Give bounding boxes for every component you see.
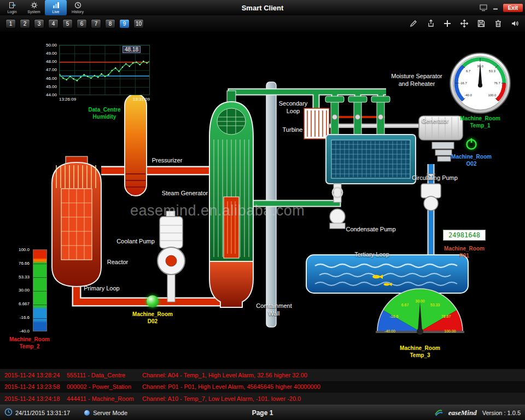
bar-tick-line: [33, 305, 46, 305]
bar-tick-line: [33, 318, 46, 319]
alarm-row[interactable]: 2015-11-24 13:24:18444411 - Machine_Room…: [0, 393, 525, 405]
page-button-3[interactable]: 3: [34, 19, 44, 28]
svg-text:-16.7: -16.7: [459, 81, 467, 85]
label-steam-generator: Steam Generator: [154, 189, 215, 197]
label-reactor: Reactor: [101, 258, 135, 266]
svg-text:-16.6: -16.6: [389, 314, 398, 318]
trend-widget[interactable]: 50.0049.0048.0047.0046.0045.0044.00 13:2…: [37, 42, 153, 124]
label-circulating-pump: Circulating Pump: [405, 174, 465, 182]
status-bar: 24/11/2015 13:31:17 Server Mode Page 1 e…: [0, 405, 525, 420]
bar-tick-label: 76.66: [19, 261, 30, 266]
alarm-message: Channel: P01 - P01, High Level Alarm, 45…: [142, 383, 525, 390]
page-button-2[interactable]: 2: [20, 19, 30, 28]
trend-x-axis: 13:26:0913:31:09: [59, 97, 150, 102]
trend-y-tick: 49.00: [46, 51, 57, 56]
nav-history[interactable]: History: [67, 0, 89, 15]
alarm-message: Channel: A04 - Temp_1, High Level Alarm,…: [142, 372, 525, 378]
alarm-time: 2015-11-24 13:23:58: [0, 383, 67, 390]
page-button-7[interactable]: 7: [91, 19, 101, 28]
page-button-6[interactable]: 6: [77, 19, 87, 28]
bar-gauge-scale: 100.076.6653.3330.006.667-16.6-40.0: [10, 247, 30, 334]
gauge-temp3[interactable]: -40.00-16.66.6730.0053.3376.67100.00: [374, 283, 466, 336]
watermark: easemind.en.alibaba.com: [130, 202, 415, 219]
minimize-icon[interactable]: [492, 4, 499, 11]
nav-label: System: [27, 10, 40, 14]
svg-text:76.7: 76.7: [494, 81, 500, 85]
label-primary-loop: Primary Loop: [78, 284, 126, 292]
save-icon[interactable]: [477, 19, 486, 28]
steam-generator: [209, 91, 253, 307]
export-icon[interactable]: [426, 19, 435, 28]
bar-gauge-label: Machine_Room Temp_2: [2, 336, 57, 350]
trend-y-tick: 48.00: [46, 59, 57, 64]
add-icon[interactable]: [443, 19, 452, 28]
nav-label: Login: [7, 10, 16, 14]
plant-canvas: easemind.en.alibaba.com Moisture Separat…: [0, 32, 525, 369]
gauge-temp1[interactable]: -40.0-16.76.730.053.376.7100.0: [448, 51, 512, 115]
nav-login[interactable]: Login: [1, 0, 23, 15]
trend-y-tick: 46.00: [46, 76, 57, 81]
bar-gauge-temp2[interactable]: [33, 249, 47, 331]
page-button-4[interactable]: 4: [48, 19, 59, 28]
page-button-1[interactable]: 1: [5, 19, 16, 28]
gear-icon: [31, 2, 38, 9]
indicator-d02-label: Machine_Room D02: [128, 311, 177, 325]
exit-button[interactable]: Exit: [503, 4, 523, 12]
server-mode-dot: [84, 410, 90, 416]
page-button-8[interactable]: 8: [105, 19, 115, 28]
brand-logo-icon: [434, 409, 443, 417]
bar-tick-line: [33, 291, 46, 291]
clock-icon: [4, 408, 13, 417]
trend-y-tick: 47.00: [46, 67, 57, 72]
nav-system[interactable]: System: [23, 0, 45, 15]
condenser: [326, 135, 416, 184]
bar-tick-label: 100.0: [19, 247, 30, 252]
svg-text:76.67: 76.67: [441, 314, 451, 318]
window-controls: Exit: [480, 4, 525, 12]
alarm-message: Channel: A10 - Temp_7, Low Level Alarm, …: [142, 395, 525, 402]
brand-name: easeMind: [448, 409, 477, 417]
page-button-9[interactable]: 9: [119, 19, 130, 28]
titlebar: Smart Client Login System Live History E…: [0, 0, 525, 15]
toggle-o02-label: Machine_Room O02: [444, 153, 499, 167]
fullscreen-icon[interactable]: [480, 4, 488, 11]
alarm-time: 2015-11-24 13:24:18: [0, 395, 67, 402]
alarm-time: 2015-11-24 13:28:24: [0, 372, 67, 378]
page-toolbar: 12345678910: [0, 15, 525, 32]
label-pressurizer: Pressurizer: [147, 156, 188, 164]
bar-tick-label: 6.667: [19, 301, 30, 306]
bar-tick-label: 30.00: [19, 288, 30, 293]
live-chart-icon: [52, 2, 60, 9]
label-moisture-separator: Moisture Separator and Reheater: [378, 72, 455, 88]
alarm-row[interactable]: 2015-11-24 13:28:24555111 - Data_CentreC…: [0, 369, 525, 381]
svg-text:-40.0: -40.0: [464, 94, 472, 97]
nav-live[interactable]: Live: [45, 0, 67, 15]
svg-text:6.7: 6.7: [466, 69, 471, 73]
edit-icon[interactable]: [409, 19, 418, 28]
numeric-display-p01[interactable]: 24981648: [443, 230, 486, 241]
main-nav: Login System Live History: [0, 0, 89, 15]
trend-y-tick: 45.00: [46, 84, 57, 89]
power-toggle-o02[interactable]: [464, 137, 479, 151]
trend-x-tick: 13:31:09: [133, 97, 150, 102]
bar-tick-label: -40.0: [20, 329, 30, 334]
alarm-source: 555111 - Data_Centre: [67, 372, 142, 378]
trend-y-axis: 50.0049.0048.0047.0046.0045.0044.00: [37, 43, 57, 97]
power-icon: [464, 137, 479, 151]
trend-label: Data_Centre Humidity: [59, 106, 150, 120]
gauge-temp3-label: Machine_Room Temp_3: [392, 345, 448, 359]
trend-y-tick: 50.00: [46, 43, 57, 48]
page-button-10[interactable]: 10: [133, 19, 144, 28]
page-button-5[interactable]: 5: [62, 19, 73, 28]
volume-icon[interactable]: [511, 19, 520, 28]
move-icon[interactable]: [460, 19, 469, 28]
alarm-source: 000002 - Power_Station: [67, 383, 142, 390]
svg-text:30.0: 30.0: [477, 65, 483, 68]
bar-tick-line: [33, 277, 46, 278]
page-buttons: 12345678910: [5, 19, 144, 28]
delete-icon[interactable]: [494, 19, 503, 28]
label-tertiary-loop: Tertiary Loop: [347, 250, 397, 258]
alarm-row[interactable]: 2015-11-24 13:23:58000002 - Power_Statio…: [0, 381, 525, 393]
label-secondary-loop: Secondary Loop: [273, 100, 313, 115]
indicator-d02[interactable]: [147, 295, 159, 307]
